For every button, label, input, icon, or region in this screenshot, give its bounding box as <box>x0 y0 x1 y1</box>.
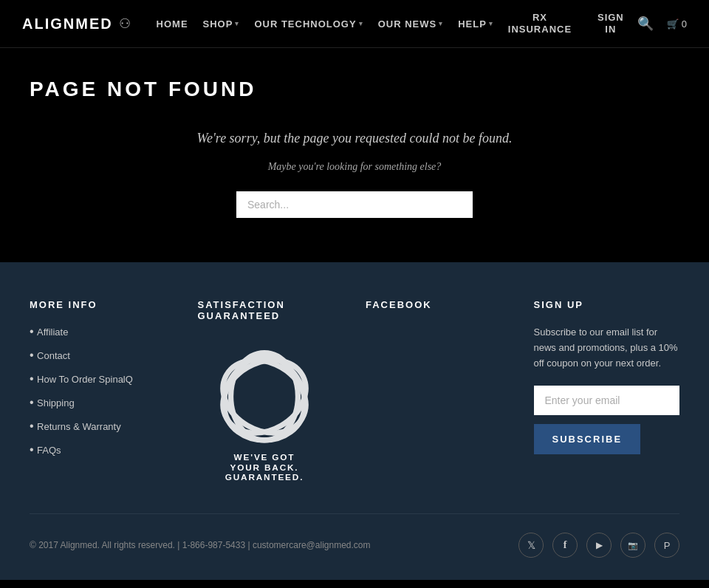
cart-button[interactable]: 🛒 0 <box>667 18 687 30</box>
signup-heading: SIGN UP <box>534 299 680 310</box>
faqs-link[interactable]: FAQs <box>37 445 61 456</box>
footer-grid: MORE INFO Affiliate Contact How To Order… <box>30 299 679 484</box>
list-item: FAQs <box>30 443 176 457</box>
svg-point-0 <box>230 353 298 440</box>
sign-in-button[interactable]: SIGNIN <box>597 12 624 35</box>
main-nav: HOME SHOP ▾ OUR TECHNOLOGY ▾ OUR NEWS ▾ … <box>157 12 572 35</box>
site-footer: MORE INFO Affiliate Contact How To Order… <box>0 262 709 580</box>
more-info-heading: MORE INFO <box>30 299 176 310</box>
nav-home[interactable]: HOME <box>157 18 188 30</box>
site-header: ALIGNMED ⚇ HOME SHOP ▾ OUR TECHNOLOGY ▾ … <box>0 0 709 48</box>
cart-icon: 🛒 <box>667 18 679 30</box>
shipping-link[interactable]: Shipping <box>37 397 75 408</box>
instagram-icon[interactable]: 📷 <box>620 533 645 558</box>
our-news-chevron: ▾ <box>439 20 443 27</box>
footer-copyright: © 2017 Alignmed. All rights reserved. | … <box>30 540 371 550</box>
main-content: PAGE NOT FOUND We're sorry, but the page… <box>0 48 709 262</box>
how-to-order-link[interactable]: How To Order SpinalQ <box>37 374 133 385</box>
more-info-list: Affiliate Contact How To Order SpinalQ S… <box>30 325 176 457</box>
list-item: Affiliate <box>30 325 176 338</box>
twitter-icon[interactable]: 𝕏 <box>518 533 544 558</box>
footer-signup: SIGN UP Subscribe to our email list for … <box>534 299 680 484</box>
tagline-line2: YOUR BACK. <box>230 462 298 473</box>
tagline-line1: WE'VE GOT <box>233 452 295 462</box>
pinterest-icon[interactable]: P <box>654 533 679 558</box>
tagline-line3: GUARANTEED. <box>225 472 304 482</box>
cart-count: 0 <box>682 18 687 30</box>
search-input[interactable] <box>236 191 473 218</box>
returns-warranty-link[interactable]: Returns & Warranty <box>37 421 121 432</box>
shop-chevron: ▾ <box>235 20 239 27</box>
nav-shop[interactable]: SHOP ▾ <box>203 18 240 30</box>
nav-our-technology[interactable]: OUR TECHNOLOGY ▾ <box>254 18 363 30</box>
search-form <box>15 191 694 218</box>
facebook-icon[interactable]: f <box>552 533 578 558</box>
satisfaction-image: WE'VE GOT YOUR BACK. GUARANTEED. <box>198 336 331 484</box>
list-item: Contact <box>30 349 176 362</box>
facebook-heading: FACEBOOK <box>366 299 512 310</box>
list-item: How To Order SpinalQ <box>30 372 176 386</box>
nav-help[interactable]: HELP ▾ <box>458 18 493 30</box>
youtube-icon[interactable]: ▶ <box>586 533 612 558</box>
footer-facebook: FACEBOOK <box>366 299 512 484</box>
footer-more-info: MORE INFO Affiliate Contact How To Order… <box>30 299 176 484</box>
our-technology-chevron: ▾ <box>359 20 363 27</box>
suggestion-text: Maybe you're looking for something else? <box>15 161 694 173</box>
header-right: SIGNIN 🔍 🛒 0 <box>597 12 687 35</box>
social-icons: 𝕏 f ▶ 📷 P <box>518 533 679 558</box>
help-chevron: ▾ <box>489 20 493 27</box>
nav-rx-insurance[interactable]: RXINSURANCE <box>508 12 572 35</box>
logo[interactable]: ALIGNMED ⚇ <box>22 16 131 33</box>
page-not-found-title: PAGE NOT FOUND <box>15 78 694 101</box>
nav-our-news[interactable]: OUR NEWS ▾ <box>378 18 444 30</box>
contact-link[interactable]: Contact <box>37 350 70 361</box>
search-button[interactable]: 🔍 <box>637 16 654 32</box>
subscribe-button[interactable]: SUBSCRIBE <box>534 424 641 454</box>
logo-icon: ⚇ <box>119 16 131 32</box>
error-message: We're sorry, but the page you requested … <box>15 131 694 146</box>
list-item: Returns & Warranty <box>30 420 176 433</box>
email-input[interactable] <box>534 386 680 415</box>
list-item: Shipping <box>30 396 176 409</box>
svg-point-2 <box>210 346 319 448</box>
footer-satisfaction: SATISFACTION GUARANTEED WE'VE GOT YOUR B… <box>198 299 344 484</box>
signup-description: Subscribe to our email list for news and… <box>534 325 680 371</box>
satisfaction-knot-svg: WE'VE GOT YOUR BACK. GUARANTEED. <box>202 336 327 484</box>
footer-bottom: © 2017 Alignmed. All rights reserved. | … <box>30 513 679 558</box>
satisfaction-heading: SATISFACTION GUARANTEED <box>198 299 344 321</box>
affiliate-link[interactable]: Affiliate <box>37 327 68 338</box>
logo-text: ALIGNMED <box>22 16 113 33</box>
